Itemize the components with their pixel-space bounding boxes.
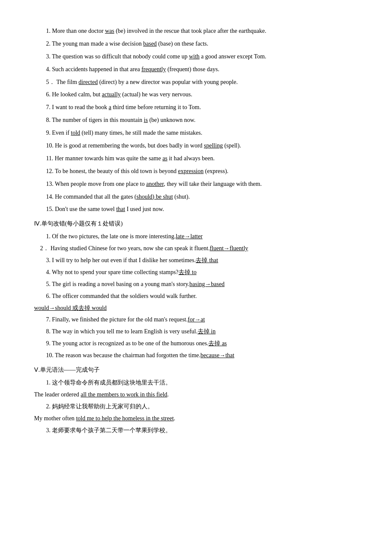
ec-2-number: 2． — [40, 245, 49, 251]
ec-9-text: The young actor is recognized as to be o… — [52, 340, 208, 347]
ec-8-correction: 去掉 in — [198, 328, 216, 335]
cs-item-2-english: My mother often told me to help the home… — [34, 413, 358, 424]
item-5-text-before: The film — [56, 79, 78, 85]
cs-item-1-english: The leader ordered all the members to wo… — [34, 389, 358, 400]
ec-item-3: 3. I will try to help her out even if th… — [34, 255, 358, 266]
item-7-number: 7. — [46, 104, 51, 110]
ec-8-number: 8. — [46, 328, 51, 335]
ec-3-text: I will try to help her out even if that … — [52, 257, 196, 263]
ec-1-correction: late→latter — [176, 233, 202, 240]
item-14-answer: (should) be shut — [135, 194, 173, 200]
ec-6-correction: would→should 或去掉 would — [34, 305, 107, 311]
item-15-number: 15. — [46, 206, 54, 212]
ec-7-text: Finally, we finished the picture for the… — [52, 316, 187, 323]
item-7-text-after: third time before returning it to Tom. — [111, 104, 201, 110]
item-14-number: 14. — [46, 194, 54, 200]
item-4: 4. Such accidents happened in that area … — [34, 64, 358, 75]
cs-3-chinese: 老师要求每个孩子第二天带一个苹果到学校。 — [52, 427, 171, 434]
ec-6-number: 6. — [46, 293, 51, 299]
cs-1-english-before: The leader ordered — [34, 391, 81, 398]
item-6-answer: actually — [102, 91, 121, 98]
ec-7-correction: for→at — [187, 316, 205, 323]
ec-item-1: 1. Of the two pictures, the late one is … — [34, 231, 358, 242]
ec-6-text: The officer commanded that the soldiers … — [52, 293, 197, 299]
item-12-text-after: (express). — [204, 168, 228, 174]
ec-item-7: 7. Finally, we finished the picture for … — [34, 314, 358, 325]
item-3: 3. The question was so difficult that no… — [34, 51, 358, 62]
cs-item-3-chinese: 3. 老师要求每个孩子第二天带一个苹果到学校。 — [34, 425, 358, 436]
section-iv-title: Ⅳ.单句改错(每小题仅有１处错误) — [34, 218, 358, 229]
ec-item-8: 8. The way in which you tell me to learn… — [34, 326, 358, 337]
ec-item-2: 2． Having studied Chinese for two years,… — [34, 243, 358, 254]
item-9-text-before: Even if — [52, 130, 71, 136]
item-12: 12. To be honest, the beauty of this old… — [34, 166, 358, 177]
item-13-text-before: When people move from one place to — [55, 181, 146, 187]
ec-5-correction: basing→based — [190, 281, 225, 287]
item-10-number: 10. — [46, 142, 54, 149]
ec-10-correction: because→that — [201, 352, 234, 358]
item-8-text-before: The number of tigers in this mountain — [52, 117, 144, 123]
cs-item-1-chinese: 1. 这个领导命令所有成员都到这块地里去干活。 — [34, 377, 358, 388]
item-5-text-after: (direct) by a new director was popular w… — [98, 79, 238, 85]
item-9-number: 9. — [46, 130, 51, 136]
item-12-text-before: To be honest, the beauty of this old tow… — [55, 168, 178, 174]
cs-2-english-before: My mother often — [34, 415, 76, 422]
ec-item-9: 9. The young actor is recognized as to b… — [34, 338, 358, 349]
item-11-text-after: it had always been. — [167, 155, 215, 162]
item-4-number: 4. — [46, 66, 51, 72]
item-4-text-before: Such accidents happened in that area — [52, 66, 141, 72]
ec-4-correction: 去掉 to — [179, 269, 196, 275]
item-1-text-before: More than one doctor — [52, 28, 105, 34]
ec-8-text: The way in which you tell me to learn En… — [52, 328, 198, 335]
item-14-text-after: (shut). — [173, 194, 190, 200]
item-1: 1. More than one doctor was (be) involve… — [34, 26, 358, 37]
ec-7-number: 7. — [46, 316, 51, 323]
item-6-text-after: (actual) he was very nervous. — [121, 91, 192, 98]
item-1-text-after: (be) involved in the rescue that took pl… — [114, 28, 266, 34]
item-2-answer: based — [143, 40, 157, 47]
item-4-text-after: (frequent) those days. — [166, 66, 219, 72]
item-3-text-after: a good answer except Tom. — [199, 53, 266, 60]
item-14: 14. He commanded that all the gates (sho… — [34, 191, 358, 202]
ec-9-correction: 去掉 as — [208, 340, 227, 347]
cs-2-answer: told me to help the homeless in the stre… — [76, 415, 173, 422]
ec-2-correction: fluent→fluently — [210, 245, 248, 251]
item-11-number: 11. — [46, 155, 53, 162]
item-5-answer: directed — [78, 79, 98, 85]
ec-item-6: 6. The officer commanded that the soldie… — [34, 291, 358, 302]
item-1-number: 1. — [46, 28, 51, 34]
item-2-text-after: (base) on these facts. — [157, 40, 208, 47]
item-2: 2. The young man made a wise decision ba… — [34, 38, 358, 49]
item-8-answer: is — [144, 117, 148, 123]
item-13-text-after: they will take their language with them. — [165, 181, 262, 187]
item-10-text-before: He is good at remembering the words, but… — [55, 142, 204, 149]
ec-4-text: Why not to spend your spare time collect… — [52, 269, 179, 275]
item-11-answer: as — [162, 155, 167, 162]
item-15: 15. Don't use the same towel that I used… — [34, 204, 358, 215]
ec-10-text: The reason was because the chairman had … — [55, 352, 201, 358]
item-3-number: 3. — [46, 53, 51, 60]
item-5: 5． The film directed (direct) by a new d… — [34, 77, 358, 88]
item-7: 7. I want to read the book a third time … — [34, 102, 358, 113]
ec-item-10: 10. The reason was because the chairman … — [34, 350, 358, 361]
cs-3-number: 3. — [46, 427, 51, 434]
item-9-answer: told — [71, 130, 80, 136]
item-13-number: 13. — [46, 181, 54, 187]
cs-2-chinese: 妈妈经常让我帮助街上无家可归的人。 — [52, 403, 153, 410]
ec-1-number: 1. — [46, 233, 51, 240]
cs-1-english-after: . — [167, 391, 169, 398]
ec-9-number: 9. — [46, 340, 51, 347]
cs-2-number: 2. — [46, 403, 51, 410]
cs-2-english-after: . — [174, 415, 176, 422]
item-12-answer: expression — [178, 168, 204, 174]
item-15-text-before: Don't use the same towel — [55, 206, 116, 212]
ec-4-number: 4. — [46, 269, 51, 275]
item-15-text-after: I used just now. — [125, 206, 164, 212]
ec-5-number: 5. — [46, 281, 51, 287]
item-13: 13. When people move from one place to a… — [34, 179, 358, 190]
item-9-text-after: (tell) many times, he still made the sam… — [80, 130, 202, 136]
cs-item-2-chinese: 2. 妈妈经常让我帮助街上无家可归的人。 — [34, 401, 358, 412]
main-content: 1. More than one doctor was (be) involve… — [34, 26, 358, 436]
ec-item-4: 4. Why not to spend your spare time coll… — [34, 267, 358, 278]
ec-1-text: Of the two pictures, the late one is mor… — [52, 233, 176, 240]
